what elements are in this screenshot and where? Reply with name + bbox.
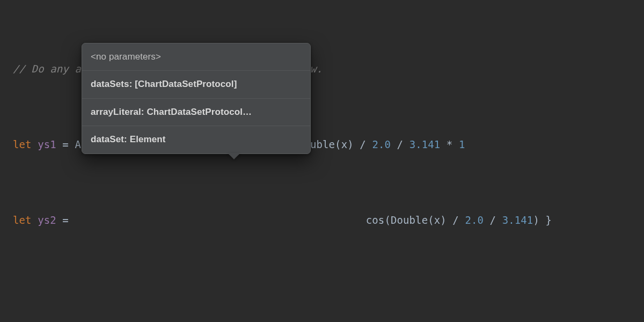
blank-line[interactable] xyxy=(0,286,644,305)
identifier: ys1 xyxy=(38,135,56,154)
parameter-info-popup: <no parameters> dataSets: [ChartDataSetP… xyxy=(82,43,311,154)
keyword-let: let xyxy=(13,135,32,154)
code-editor[interactable]: // Do any additional setup after loading… xyxy=(0,0,644,322)
identifier: ys2 xyxy=(38,211,56,230)
parameter-hint-item[interactable]: dataSet: Element xyxy=(82,126,310,153)
code-line[interactable]: let ys2 = cos(Double(x) / 2.0 / 3.141) } xyxy=(0,211,644,230)
popup-pointer-icon xyxy=(228,153,240,159)
parameter-hint-item[interactable]: dataSets: [ChartDataSetProtocol] xyxy=(82,70,310,98)
keyword-let: let xyxy=(13,211,32,230)
space xyxy=(32,135,38,154)
parameter-hint-item[interactable]: <no parameters> xyxy=(82,43,310,70)
parameter-hint-item[interactable]: arrayLiteral: ChartDataSetProtocol… xyxy=(82,98,310,126)
